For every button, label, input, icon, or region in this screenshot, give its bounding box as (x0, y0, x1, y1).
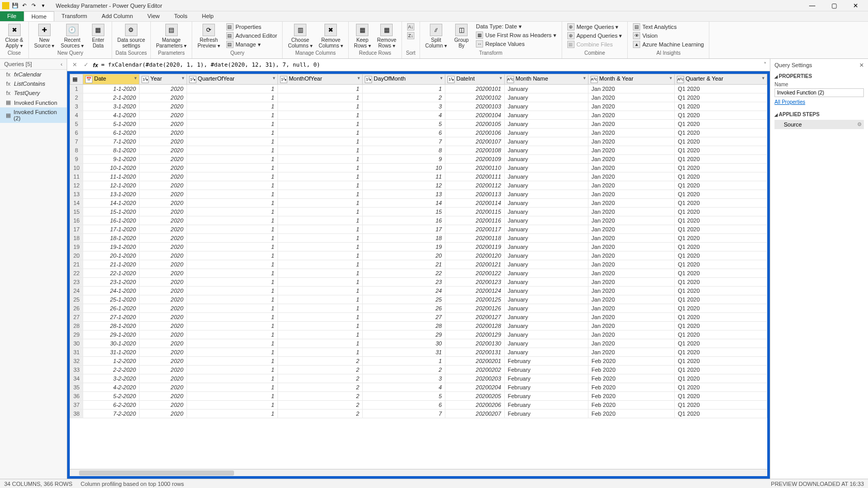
cell[interactable]: Jan 2020 (588, 243, 674, 251)
cell[interactable]: 1 (277, 129, 362, 137)
cell[interactable]: Q1 2020 (675, 366, 767, 374)
table-row[interactable]: 3131-1-20202020113120200131JanuaryJan 20… (70, 348, 767, 357)
cell[interactable]: 10 (363, 164, 445, 172)
cell[interactable]: 1 (277, 330, 362, 339)
cell[interactable]: 10-1-2020 (83, 164, 140, 172)
cell[interactable]: 23-1-2020 (83, 278, 140, 287)
cell[interactable]: 1 (187, 366, 277, 374)
cell[interactable]: 2020 (140, 146, 187, 155)
cell[interactable]: 20200130 (445, 339, 505, 348)
cell[interactable]: 28 (363, 322, 445, 330)
cell[interactable]: 24 (363, 287, 445, 295)
cell[interactable]: 20200122 (445, 269, 505, 278)
cell[interactable]: 4 (363, 111, 445, 120)
cell[interactable]: 1 (187, 172, 277, 181)
cell[interactable]: 20200207 (445, 410, 505, 418)
table-row[interactable]: 1313-1-20202020111320200113JanuaryJan 20… (70, 190, 767, 199)
cell[interactable]: 1 (277, 111, 362, 120)
cell[interactable]: 20200118 (445, 234, 505, 243)
cell[interactable]: 20200121 (445, 260, 505, 269)
cell[interactable]: 20200115 (445, 208, 505, 216)
cell[interactable]: January (504, 313, 588, 322)
cell[interactable]: 20200120 (445, 251, 505, 260)
type-icon[interactable]: Aᴮc (591, 76, 598, 83)
sort-desc-button[interactable]: Z↓ (405, 32, 416, 40)
type-icon[interactable]: 1²₃ (365, 76, 372, 83)
table-row[interactable]: 2020-1-20202020112020200120JanuaryJan 20… (70, 251, 767, 260)
cell[interactable]: Q1 2020 (675, 392, 767, 401)
cell[interactable]: 2 (277, 374, 362, 383)
cell[interactable]: 2020 (140, 85, 187, 93)
cell[interactable]: February (504, 392, 588, 401)
cell[interactable]: 2020 (140, 410, 187, 418)
cell[interactable]: 7-2-2020 (83, 410, 140, 418)
cell[interactable]: Q1 2020 (675, 120, 767, 129)
formula-commit-icon[interactable]: ✓ (82, 61, 90, 68)
formula-cancel-icon[interactable]: ✕ (70, 61, 79, 68)
cell[interactable]: 9-1-2020 (83, 155, 140, 164)
cell[interactable]: 19-1-2020 (83, 243, 140, 251)
cell[interactable]: 2020 (140, 216, 187, 225)
cell[interactable]: Q1 2020 (675, 93, 767, 102)
cell[interactable]: 13-1-2020 (83, 190, 140, 199)
cell[interactable]: 17 (363, 225, 445, 234)
query-item[interactable]: ▦Invoked Function (2) (0, 107, 67, 123)
table-row[interactable]: 321-2-2020202012120200201FebruaryFeb 202… (70, 357, 767, 366)
cell[interactable]: Q1 2020 (675, 278, 767, 287)
table-row[interactable]: 2929-1-20202020112920200129JanuaryJan 20… (70, 330, 767, 339)
cell[interactable]: Q1 2020 (675, 225, 767, 234)
cell[interactable]: Q1 2020 (675, 322, 767, 330)
query-item[interactable]: ▦Invoked Function (0, 98, 67, 107)
enter-data-button[interactable]: ▦Enter Data (88, 23, 109, 50)
save-icon[interactable]: 💾 (11, 2, 19, 9)
cell[interactable]: 1 (277, 269, 362, 278)
type-icon[interactable]: 📅 (85, 76, 92, 83)
cell[interactable]: 31 (363, 348, 445, 357)
cell[interactable]: 1 (277, 85, 362, 93)
cell[interactable]: Q1 2020 (675, 146, 767, 155)
table-row[interactable]: 11-1-2020202011120200101JanuaryJan 2020Q… (70, 85, 767, 93)
cell[interactable]: 20200114 (445, 199, 505, 208)
cell[interactable]: 1 (277, 251, 362, 260)
cell[interactable]: 7 (363, 137, 445, 146)
cell[interactable]: February (504, 401, 588, 410)
keep-rows-button[interactable]: ▦Keep Rows ▾ (352, 23, 373, 50)
filter-icon[interactable]: ▾ (358, 75, 360, 81)
cell[interactable]: January (504, 181, 588, 190)
cell[interactable]: January (504, 129, 588, 137)
cell[interactable]: 20200127 (445, 313, 505, 322)
data-type-button[interactable]: Data Type: Date ▾ (474, 23, 558, 30)
cell[interactable]: 26 (363, 304, 445, 313)
cell[interactable]: January (504, 287, 588, 295)
data-grid-scroll[interactable]: ▦📅Date▾1²₃Year▾1²₃QuarterOfYear▾1²₃Month… (70, 74, 767, 476)
cell[interactable]: 22 (363, 269, 445, 278)
cell[interactable]: Q1 2020 (675, 374, 767, 383)
cell[interactable]: 1 (187, 111, 277, 120)
column-header[interactable]: 1²₃DateInt▾ (445, 74, 505, 85)
type-icon[interactable]: 1²₃ (142, 76, 149, 83)
cell[interactable]: January (504, 172, 588, 181)
vision-button[interactable]: 👁Vision (631, 32, 706, 40)
table-row[interactable]: 2424-1-20202020112420200124JanuaryJan 20… (70, 287, 767, 295)
cell[interactable]: 1 (187, 225, 277, 234)
close-settings-icon[interactable]: ✕ (859, 62, 864, 69)
cell[interactable]: 20200126 (445, 304, 505, 313)
cell[interactable]: 20200105 (445, 120, 505, 129)
cell[interactable]: January (504, 251, 588, 260)
table-row[interactable]: 1212-1-20202020111220200112JanuaryJan 20… (70, 181, 767, 190)
cell[interactable]: 20200119 (445, 243, 505, 251)
table-row[interactable]: 343-2-2020202012320200203FebruaryFeb 202… (70, 374, 767, 383)
cell[interactable]: Jan 2020 (588, 93, 674, 102)
cell[interactable]: 1 (187, 155, 277, 164)
group-by-button[interactable]: ◫Group By (451, 23, 472, 50)
filter-icon[interactable]: ▾ (440, 75, 443, 81)
cell[interactable]: 15-1-2020 (83, 208, 140, 216)
cell[interactable]: 2020 (140, 137, 187, 146)
table-row[interactable]: 33-1-2020202011320200103JanuaryJan 2020Q… (70, 102, 767, 111)
cell[interactable]: 1 (187, 251, 277, 260)
cell[interactable]: 9 (363, 155, 445, 164)
cell[interactable]: Q1 2020 (675, 330, 767, 339)
cell[interactable]: 1 (187, 260, 277, 269)
recent-sources-button[interactable]: 🕘Recent Sources ▾ (58, 23, 85, 50)
cell[interactable]: Jan 2020 (588, 190, 674, 199)
